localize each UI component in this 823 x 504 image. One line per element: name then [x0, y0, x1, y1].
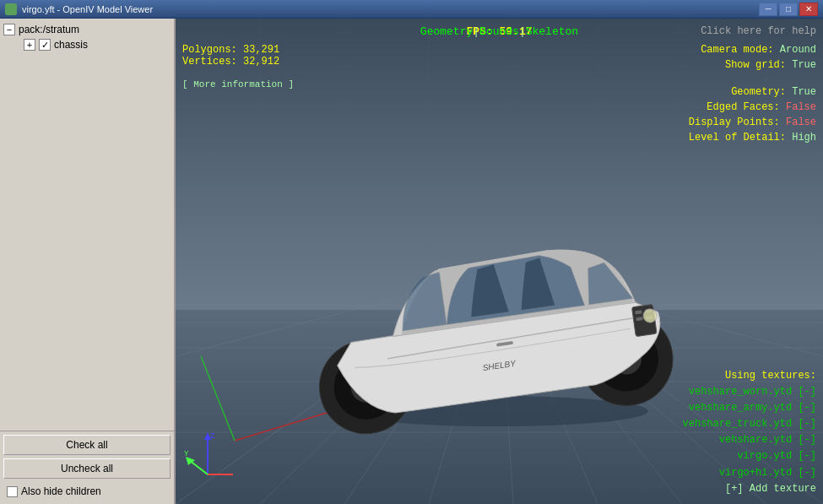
- show-grid-label: Show grid:: [725, 59, 786, 71]
- check-all-button[interactable]: Check all: [3, 435, 171, 455]
- nav-skeleton[interactable]: Skeleton: [526, 25, 578, 38]
- title-bar: virgo.yft - OpenIV Model Viewer ─ □ ✕: [0, 0, 823, 19]
- sidebar-tree: − pack:/stratum + ✓ chassis: [0, 19, 174, 431]
- polygons-line: Polygons: 33,291: [182, 44, 279, 56]
- check-mark: ✓: [41, 40, 49, 51]
- camera-mode-value: Around: [780, 44, 816, 56]
- main-layout: − pack:/stratum + ✓ chassis Check all Un…: [0, 19, 823, 504]
- textures-list: Using textures: vehshare_worn.ytd [-] ve…: [683, 368, 816, 498]
- collapse-icon[interactable]: −: [3, 24, 15, 35]
- expand-icon[interactable]: +: [24, 39, 35, 51]
- geometry-label: Geometry:: [731, 86, 786, 98]
- also-hide-label: Also hide children: [21, 485, 101, 497]
- lod-label: Level of Detail:: [689, 132, 786, 144]
- vertices-line: Vertices: 32,912: [182, 56, 279, 68]
- display-points-line: Display Points: False: [689, 115, 816, 130]
- camera-info: Camera mode: Around Show grid: True: [701, 42, 816, 73]
- tree-root-item: − pack:/stratum: [0, 22, 174, 37]
- uncheck-all-button[interactable]: Uncheck all: [3, 458, 171, 479]
- lod-value: High: [792, 132, 816, 144]
- nav-sep1: |: [473, 25, 479, 38]
- title-bar-controls: ─ □ ✕: [759, 3, 818, 16]
- svg-text:Y: Y: [184, 450, 189, 458]
- lod-line: Level of Detail: High: [689, 130, 816, 145]
- display-points-value: False: [786, 117, 816, 128]
- texture2[interactable]: vehshare_army.ytd [-]: [683, 400, 816, 416]
- more-info-link[interactable]: [ More information ]: [182, 79, 294, 89]
- geometry-flags: Geometry: True Edged Faces: False Displa…: [689, 84, 816, 145]
- edged-faces-label: Edged Faces:: [707, 101, 779, 113]
- texture5[interactable]: virgo.ytd [-]: [683, 448, 816, 464]
- camera-mode-label: Camera mode:: [701, 44, 773, 56]
- sidebar: − pack:/stratum + ✓ chassis Check all Un…: [0, 19, 176, 504]
- geometry-value: True: [792, 86, 816, 98]
- sidebar-buttons: Check all Uncheck all Also hide children: [0, 431, 174, 504]
- texture6[interactable]: virgo+hi.ytd [-]: [683, 465, 816, 481]
- show-grid-value: True: [792, 59, 816, 71]
- tree-child-item: + ✓ chassis: [0, 37, 174, 52]
- window-title: virgo.yft - OpenIV Model Viewer: [22, 4, 153, 14]
- using-textures-label: Using textures:: [683, 368, 816, 384]
- nav-sep2: |: [519, 25, 526, 38]
- texture3[interactable]: vehshare_truck.ytd [-]: [683, 416, 816, 432]
- also-hide-row: Also hide children: [3, 482, 171, 501]
- svg-text:Z: Z: [210, 432, 215, 441]
- app-icon: [5, 3, 17, 15]
- tree-child-label: chassis: [54, 39, 88, 51]
- minimize-button[interactable]: ─: [759, 3, 777, 16]
- nav-geometry[interactable]: Geometry: [420, 25, 473, 38]
- chassis-checkbox[interactable]: ✓: [39, 39, 51, 51]
- polygons-label: Polygons:: [182, 44, 237, 56]
- display-points-label: Display Points:: [689, 117, 780, 128]
- title-bar-text: virgo.yft - OpenIV Model Viewer: [5, 3, 153, 15]
- geometry-line: Geometry: True: [689, 84, 816, 100]
- axes-indicator: Z X Y: [182, 428, 233, 479]
- vertices-label: Vertices:: [182, 56, 237, 68]
- tree-root-label: pack:/stratum: [19, 24, 79, 35]
- edged-faces-line: Edged Faces: False: [689, 100, 816, 115]
- also-hide-checkbox[interactable]: [7, 486, 18, 497]
- add-texture-button[interactable]: [+] Add texture: [683, 481, 816, 497]
- polygon-info: Polygons: 33,291 Vertices: 32,912: [182, 44, 279, 68]
- texture1[interactable]: vehshare_worn.ytd [-]: [683, 384, 816, 400]
- viewport[interactable]: SHELBY Z X Y FPS: 59.17: [176, 19, 823, 504]
- help-link[interactable]: Click here for help: [701, 25, 816, 37]
- edged-faces-value: False: [786, 101, 816, 113]
- maximize-button[interactable]: □: [779, 3, 798, 16]
- texture4[interactable]: vehshare.ytd [-]: [683, 432, 816, 448]
- close-button[interactable]: ✕: [799, 3, 818, 16]
- nav-bounds[interactable]: Bounds: [479, 25, 519, 38]
